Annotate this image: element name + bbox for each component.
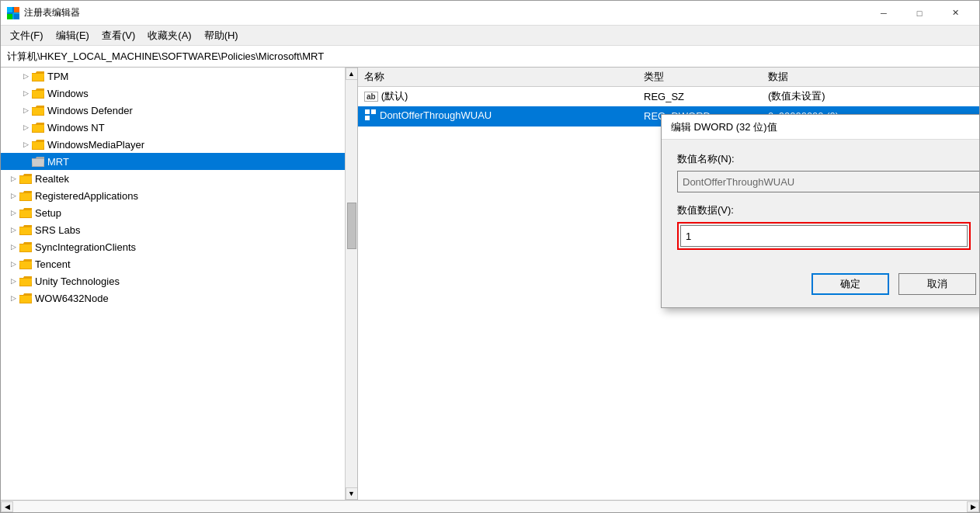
tree-label: TPM xyxy=(47,71,68,82)
maximize-button[interactable]: □ xyxy=(902,1,937,26)
scroll-left-btn[interactable]: ◀ xyxy=(1,501,13,512)
tree-label: Windows xyxy=(47,88,89,99)
expand-icon: ▷ xyxy=(7,292,19,304)
tree-item-windows-defender[interactable]: ▷ Windows Defender xyxy=(1,102,345,119)
expand-icon xyxy=(19,155,32,168)
tree-item-setup[interactable]: ▷ Setup xyxy=(1,204,345,221)
tree-item-windows[interactable]: ▷ Windows xyxy=(1,85,345,102)
folder-icon xyxy=(19,241,32,253)
menu-file[interactable]: 文件(F) xyxy=(4,27,50,44)
tree-label: Setup xyxy=(35,207,61,219)
svg-rect-1 xyxy=(14,7,19,12)
tree-scrollbar[interactable]: ▲ ▼ xyxy=(345,68,357,500)
expand-icon: ▷ xyxy=(19,121,32,133)
dialog-body: 数值名称(N): 数值数据(V): 基数 xyxy=(662,140,979,307)
tree-item-srs[interactable]: ▷ SRS Labs xyxy=(1,221,345,238)
value-input-box xyxy=(677,222,971,250)
expand-icon: ▷ xyxy=(7,258,19,270)
tree-label: Tencent xyxy=(35,258,71,270)
menu-favorites[interactable]: 收藏夹(A) xyxy=(141,27,197,44)
folder-icon xyxy=(19,275,32,287)
folder-icon xyxy=(19,189,32,202)
tree-item-sync[interactable]: ▷ SyncIntegrationClients xyxy=(1,238,345,255)
folder-icon xyxy=(32,104,44,116)
tree-label: SRS Labs xyxy=(35,224,81,236)
value-section: 数值数据(V): xyxy=(677,203,971,258)
expand-icon: ▷ xyxy=(7,275,19,287)
expand-icon: ▷ xyxy=(7,206,19,219)
tree-label: WindowsMediaPlayer xyxy=(47,139,144,151)
minimize-button[interactable]: ─ xyxy=(866,1,902,26)
svg-rect-5 xyxy=(365,109,370,114)
expand-icon: ▷ xyxy=(19,87,32,99)
tree-label: Windows Defender xyxy=(47,105,133,116)
folder-icon xyxy=(19,292,32,304)
main-content: ▷ TPM ▷ Windows ▷ Windows Defender xyxy=(1,68,979,500)
tree-item-regapps[interactable]: ▷ RegisteredApplications xyxy=(1,187,345,204)
tree-item-realtek[interactable]: ▷ Realtek xyxy=(1,170,345,187)
tree-item-wmp[interactable]: ▷ WindowsMediaPlayer xyxy=(1,136,345,153)
svg-rect-7 xyxy=(365,116,370,120)
menu-help[interactable]: 帮助(H) xyxy=(198,27,245,44)
svg-rect-0 xyxy=(7,7,12,12)
registry-editor-window: 注册表编辑器 ─ □ ✕ 文件(F) 编辑(E) 查看(V) 收藏夹(A) 帮助… xyxy=(0,0,980,513)
folder-icon xyxy=(19,224,32,236)
col-type: 类型 xyxy=(638,68,762,87)
tree-panel: ▷ TPM ▷ Windows ▷ Windows Defender xyxy=(1,68,358,500)
folder-icon xyxy=(19,258,32,270)
expand-icon: ▷ xyxy=(7,224,19,236)
window-controls: ─ □ ✕ xyxy=(866,1,973,26)
tree-label: SyncIntegrationClients xyxy=(35,241,136,253)
expand-icon: ▷ xyxy=(7,241,19,253)
name-input[interactable] xyxy=(677,171,979,192)
expand-icon: ▷ xyxy=(7,189,19,202)
tree-item-tencent[interactable]: ▷ Tencent xyxy=(1,255,345,272)
cancel-button[interactable]: 取消 xyxy=(898,273,976,295)
dialog-title: 编辑 DWORD (32 位)值 xyxy=(671,120,979,134)
scroll-down-btn[interactable]: ▼ xyxy=(346,487,358,500)
table-row[interactable]: ab (默认) REG_SZ (数值未设置) xyxy=(358,87,979,106)
menu-view[interactable]: 查看(V) xyxy=(96,27,141,44)
tree-label: RegisteredApplications xyxy=(35,190,138,202)
reg-dword-icon xyxy=(364,109,377,121)
folder-icon xyxy=(19,206,32,219)
tree-label: Windows NT xyxy=(47,122,105,133)
expand-icon: ▷ xyxy=(19,70,32,82)
window-title: 注册表编辑器 xyxy=(24,6,866,19)
scroll-thumb[interactable] xyxy=(347,203,356,249)
reg-type-default: REG_SZ xyxy=(638,87,762,106)
close-button[interactable]: ✕ xyxy=(937,1,973,26)
addressbar: 计算机\HKEY_LOCAL_MACHINE\SOFTWARE\Policies… xyxy=(1,46,979,68)
dialog-buttons: 确定 取消 xyxy=(677,273,979,295)
ok-button[interactable]: 确定 xyxy=(811,273,889,295)
tree-label: MRT xyxy=(47,156,69,168)
scroll-htrack xyxy=(13,501,967,512)
tree-item-mrt[interactable]: MRT xyxy=(1,153,345,170)
tree-item-unity[interactable]: ▷ Unity Technologies xyxy=(1,272,345,289)
svg-rect-6 xyxy=(371,109,376,114)
col-data: 数据 xyxy=(762,68,979,87)
expand-icon: ▷ xyxy=(19,104,32,116)
scroll-track xyxy=(346,80,357,487)
scroll-up-btn[interactable]: ▲ xyxy=(346,68,358,80)
ab-icon: ab xyxy=(364,92,378,102)
edit-dword-dialog: 编辑 DWORD (32 位)值 ✕ 数值名称(N): 数值数据(V): xyxy=(661,114,979,308)
folder-icon xyxy=(32,121,44,133)
tree-label: Realtek xyxy=(35,173,69,185)
address-path: 计算机\HKEY_LOCAL_MACHINE\SOFTWARE\Policies… xyxy=(7,50,324,64)
folder-icon xyxy=(32,138,44,151)
value-input[interactable] xyxy=(680,225,968,247)
tree-label: WOW6432Node xyxy=(35,293,109,304)
tree-item-tpm[interactable]: ▷ TPM xyxy=(1,68,345,85)
scroll-right-btn[interactable]: ▶ xyxy=(967,501,979,512)
bottom-scrollbar: ◀ ▶ xyxy=(1,500,979,512)
dialog-titlebar: 编辑 DWORD (32 位)值 ✕ xyxy=(662,115,979,140)
tree-item-wow[interactable]: ▷ WOW6432Node xyxy=(1,289,345,307)
col-name: 名称 xyxy=(358,68,638,87)
menubar: 文件(F) 编辑(E) 查看(V) 收藏夹(A) 帮助(H) xyxy=(1,26,979,46)
svg-rect-8 xyxy=(371,116,376,120)
expand-icon: ▷ xyxy=(19,138,32,151)
tree-item-windows-nt[interactable]: ▷ Windows NT xyxy=(1,119,345,136)
menu-edit[interactable]: 编辑(E) xyxy=(50,27,96,44)
name-label: 数值名称(N): xyxy=(677,152,979,166)
